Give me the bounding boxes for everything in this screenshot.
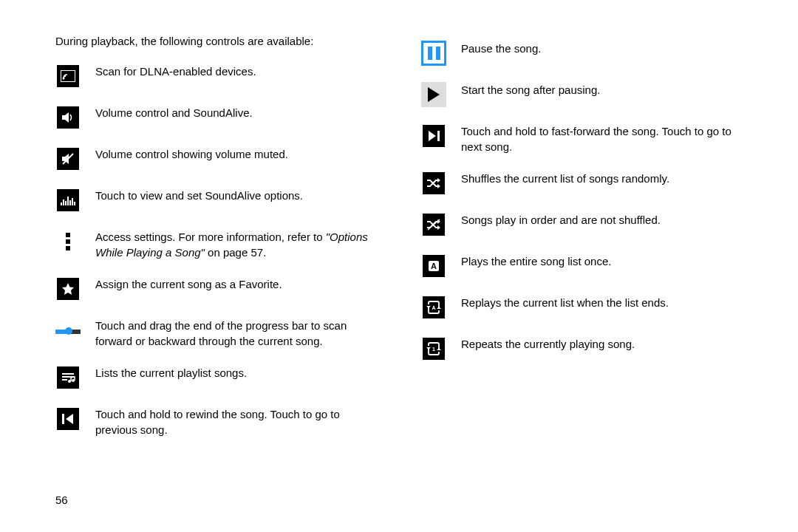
svg-rect-7 <box>69 200 71 205</box>
svg-text:1: 1 <box>432 347 435 352</box>
text-part: on page 57. <box>205 246 266 259</box>
list-item: 1 Repeats the currently playing song. <box>421 336 746 361</box>
list-item: Shuffles the current list of songs rando… <box>421 171 746 196</box>
item-desc: Plays the entire song list once. <box>461 253 611 269</box>
svg-rect-10 <box>66 233 70 237</box>
repeat-all-icon: A <box>421 295 446 320</box>
item-desc: Pause the song. <box>461 41 541 56</box>
list-item: Assign the current song as a Favorite. <box>55 276 381 301</box>
item-desc: Lists the current playlist songs. <box>95 365 247 381</box>
svg-rect-9 <box>74 202 75 205</box>
shuffle-off-icon <box>421 212 446 237</box>
svg-rect-8 <box>72 198 73 205</box>
item-desc: Start the song after pausing. <box>461 82 600 98</box>
list-item: Access settings. For more information, r… <box>55 229 381 260</box>
list-item: Scan for DLNA-enabled devices. <box>55 64 381 89</box>
item-desc: Touch and drag the end of the progress b… <box>95 318 381 349</box>
settings-dots-icon <box>55 229 81 254</box>
svg-rect-3 <box>61 202 62 205</box>
item-desc: Assign the current song as a Favorite. <box>95 276 282 292</box>
item-desc: Volume control and SoundAlive. <box>95 105 253 120</box>
list-item: Pause the song. <box>421 41 746 66</box>
svg-rect-11 <box>66 239 70 244</box>
list-item: Touch and drag the end of the progress b… <box>55 318 381 349</box>
item-desc: Touch and hold to fast-forward the song.… <box>461 123 746 154</box>
list-item: A Plays the entire song list once. <box>421 253 746 279</box>
list-item: Volume control showing volume muted. <box>55 146 381 171</box>
item-desc: Replays the current list when the list e… <box>461 295 669 310</box>
text-part: Access settings. For more information, r… <box>95 231 326 243</box>
item-desc: Songs play in order and are not shuffled… <box>461 212 661 228</box>
svg-rect-12 <box>66 246 70 250</box>
right-column: Pause the song. Start the song after pau… <box>421 33 746 454</box>
list-item: Songs play in order and are not shuffled… <box>421 212 746 237</box>
svg-rect-5 <box>65 201 66 205</box>
svg-rect-6 <box>67 197 69 205</box>
svg-rect-4 <box>63 200 64 205</box>
item-desc: Repeats the currently playing song. <box>461 336 635 352</box>
intro-text: During playback, the following controls … <box>55 33 381 49</box>
progress-bar-icon <box>55 318 81 343</box>
list-item: Start the song after pausing. <box>421 82 746 107</box>
svg-rect-19 <box>437 131 440 141</box>
pause-icon <box>421 41 446 66</box>
play-once-icon: A <box>421 253 446 279</box>
item-desc: Volume control showing volume muted. <box>95 146 288 162</box>
item-desc: Touch to view and set SoundAlive options… <box>95 188 303 203</box>
left-column: During playback, the following controls … <box>55 33 381 454</box>
list-item: Touch and hold to fast-forward the song.… <box>421 123 746 154</box>
list-item: Touch to view and set SoundAlive options… <box>55 188 381 213</box>
item-desc: Scan for DLNA-enabled devices. <box>95 64 256 79</box>
favorite-star-icon <box>55 276 81 301</box>
next-icon <box>421 123 446 149</box>
item-desc: Shuffles the current list of songs rando… <box>461 171 669 186</box>
item-desc: Access settings. For more information, r… <box>95 229 381 260</box>
svg-text:A: A <box>432 305 435 310</box>
svg-rect-18 <box>62 414 64 424</box>
dlna-icon <box>55 64 81 89</box>
volume-muted-icon <box>55 146 81 171</box>
list-item: A Replays the current list when the list… <box>421 295 746 320</box>
page-number: 56 <box>55 494 68 506</box>
svg-point-1 <box>63 78 65 80</box>
list-item: Touch and hold to rewind the song. Touch… <box>55 406 381 437</box>
list-item: Volume control and SoundAlive. <box>55 105 381 130</box>
svg-rect-0 <box>61 70 75 82</box>
playlist-icon <box>55 365 81 390</box>
equalizer-icon <box>55 188 81 213</box>
volume-icon <box>55 105 81 130</box>
shuffle-on-icon <box>421 171 446 196</box>
page-content: During playback, the following controls … <box>0 0 798 468</box>
repeat-one-icon: 1 <box>421 336 446 361</box>
play-icon <box>421 82 446 107</box>
item-desc: Touch and hold to rewind the song. Touch… <box>95 406 381 437</box>
previous-icon <box>55 406 81 432</box>
list-item: Lists the current playlist songs. <box>55 365 381 390</box>
